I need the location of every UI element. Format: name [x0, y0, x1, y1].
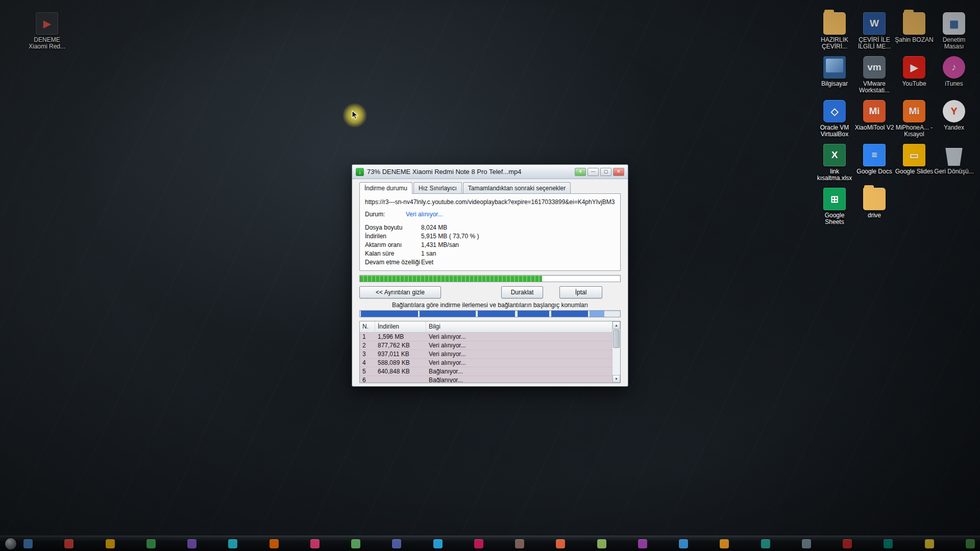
connections-progress-label: Bağlantılara göre indirme ilerlemesi ve … — [352, 302, 628, 309]
taskbar — [0, 536, 980, 551]
desktop-icon-label: XiaoMiTool V2 — [855, 124, 894, 131]
taskbar-app-icon[interactable] — [474, 539, 483, 548]
desktop-icon[interactable]: Y Yandex — [934, 100, 974, 138]
desktop-icon[interactable]: Mi MiPhoneA... - Kısayol — [894, 100, 934, 138]
taskbar-app-icon[interactable] — [638, 539, 647, 548]
download-url: https://r3---sn-nv47lnly.c.youtube.com/v… — [365, 198, 615, 206]
minimize-button[interactable]: — — [587, 168, 599, 176]
tab-download-status[interactable]: İndirme durumu — [359, 182, 412, 194]
start-button[interactable] — [5, 538, 16, 549]
desktop-app-icon: ◇ — [823, 100, 846, 122]
desktop-app-icon: ⊞ — [823, 188, 846, 210]
column-header-info[interactable]: Bilgi — [426, 321, 612, 332]
table-body: 1 1,596 MB Veri alınıyor... 2 877,762 KB… — [360, 333, 612, 383]
close-button[interactable]: ✕ — [613, 168, 624, 176]
taskbar-app-icon[interactable] — [966, 539, 975, 548]
taskbar-app-icon[interactable] — [925, 539, 934, 548]
taskbar-app-icon[interactable] — [187, 539, 197, 548]
desktop-icon-label: DENEME Xiaomi Red... — [27, 37, 67, 50]
taskbar-app-icon[interactable] — [720, 539, 729, 548]
desktop-icon[interactable]: HAZIRLIK ÇEVİRİ... — [815, 12, 854, 50]
hide-details-button[interactable]: << Ayrıntıları gizle — [359, 286, 441, 298]
table-scrollbar[interactable]: ▲ ▼ — [612, 321, 620, 383]
taskbar-app-icon[interactable] — [351, 539, 360, 548]
taskbar-app-icon[interactable] — [64, 539, 74, 548]
desktop-icon[interactable]: vm VMware Workstati... — [854, 56, 894, 94]
desktop-app-icon: Mi — [863, 100, 886, 122]
taskbar-app-icon[interactable] — [433, 539, 443, 548]
column-header-n[interactable]: N. — [360, 321, 375, 332]
cell-downloaded: 588,089 KB — [375, 359, 426, 367]
cell-n: 1 — [360, 333, 375, 341]
desktop-icon[interactable]: ◇ Oracle VM VirtualBox — [815, 100, 854, 138]
table-row[interactable]: 6 Bağlanıyor... — [360, 376, 612, 383]
taskbar-app-icon[interactable] — [761, 539, 770, 548]
tab-after-download-options[interactable]: Tamamlandıktan sonraki seçenekler — [463, 182, 571, 193]
taskbar-app-icon[interactable] — [802, 539, 811, 548]
desktop-icon[interactable]: drive — [854, 188, 894, 226]
table-row[interactable]: 3 937,011 KB Veri alınıyor... — [360, 350, 612, 359]
info-field-row: İndirilen 5,915 MB ( 73,70 % ) — [365, 232, 615, 241]
taskbar-app-icon[interactable] — [515, 539, 524, 548]
dialog-titlebar[interactable]: ↓ 73% DENEME Xiaomi Redmi Note 8 Pro Tel… — [352, 165, 628, 179]
desktop-app-icon: vm — [863, 56, 886, 79]
desktop-icon-label: iTunes — [945, 81, 963, 87]
desktop-icon[interactable]: ▭ Google Slides — [894, 144, 934, 182]
info-field-row: Kalan süre 1 san — [365, 249, 615, 258]
taskbar-app-icon[interactable] — [843, 539, 852, 548]
column-header-downloaded[interactable]: İndirilen — [375, 321, 426, 332]
taskbar-app-icon[interactable] — [106, 539, 115, 548]
desktop-icon[interactable]: Bilgisayar — [815, 56, 854, 94]
desktop-icon-label: Geri Dönüşü... — [934, 168, 973, 175]
desktop-icon[interactable]: Mi XiaoMiTool V2 — [854, 100, 894, 138]
taskbar-app-icon[interactable] — [679, 539, 688, 548]
cell-n: 2 — [360, 341, 375, 349]
desktop-icon-deneme-video[interactable]: ▶ DENEME Xiaomi Red... — [24, 12, 69, 50]
progress-segment — [590, 311, 604, 317]
cell-info: Veri alınıyor... — [426, 350, 612, 358]
desktop-icon[interactable]: ▶ YouTube — [894, 56, 934, 94]
info-field-row: Dosya boyutu 8,024 MB — [365, 223, 615, 232]
field-label: Dosya boyutu — [365, 223, 421, 232]
taskbar-app-icon[interactable] — [228, 539, 237, 548]
tab-speed-limiter[interactable]: Hız Sınırlayıcı — [413, 182, 462, 193]
cell-downloaded: 640,848 KB — [375, 367, 426, 375]
cell-info: Bağlanıyor... — [426, 367, 612, 375]
taskbar-app-icon[interactable] — [392, 539, 401, 548]
taskbar-app-icon[interactable] — [270, 539, 279, 548]
desktop-icon[interactable]: ♪ iTunes — [934, 56, 974, 94]
desktop-icon[interactable]: X link kısaltma.xlsx — [815, 144, 854, 182]
progress-segment — [478, 311, 515, 317]
desktop-app-icon: ▦ — [943, 12, 965, 35]
scrollbar-track[interactable] — [612, 348, 620, 375]
pause-button[interactable]: Duraklat — [501, 286, 543, 298]
maximize-button[interactable]: ▢ — [600, 168, 611, 176]
scrollbar-thumb[interactable] — [613, 330, 620, 348]
desktop-icon[interactable]: ≡ Google Docs — [854, 144, 894, 182]
tray-minimize-button[interactable]: ▾ — [575, 168, 586, 176]
scroll-down-icon[interactable]: ▼ — [612, 375, 620, 383]
taskbar-app-icon[interactable] — [310, 539, 320, 548]
table-row[interactable]: 4 588,089 KB Veri alınıyor... — [360, 359, 612, 367]
desktop-icon-label: drive — [868, 212, 881, 219]
desktop-icon[interactable]: Geri Dönüşü... — [934, 144, 974, 182]
table-row[interactable]: 5 640,848 KB Bağlanıyor... — [360, 367, 612, 376]
taskbar-app-icon[interactable] — [146, 539, 156, 548]
dialog-title: 73% DENEME Xiaomi Redmi Note 8 Pro Telef… — [367, 168, 522, 176]
taskbar-app-icon[interactable] — [556, 539, 565, 548]
connections-table: N. İndirilen Bilgi 1 1,596 MB Veri alını… — [359, 321, 621, 383]
progress-segment — [518, 311, 550, 317]
desktop-icon[interactable]: ▦ Denetim Masası — [934, 12, 974, 50]
taskbar-app-icon[interactable] — [884, 539, 893, 548]
desktop-icon[interactable]: ⊞ Google Sheets — [815, 188, 854, 226]
desktop-icon-label: HAZIRLIK ÇEVİRİ... — [815, 37, 854, 50]
table-row[interactable]: 1 1,596 MB Veri alınıyor... — [360, 333, 612, 341]
desktop-icon[interactable]: W ÇEVİRİ İLE İLGİLİ ME... — [854, 12, 894, 50]
desktop-icon[interactable]: Şahin BOZAN — [894, 12, 934, 50]
taskbar-app-icon[interactable] — [597, 539, 606, 548]
taskbar-app-icon[interactable] — [23, 539, 33, 548]
scroll-up-icon[interactable]: ▲ — [612, 321, 620, 329]
desktop-icon-label: Şahin BOZAN — [895, 37, 933, 43]
table-row[interactable]: 2 877,762 KB Veri alınıyor... — [360, 341, 612, 350]
cancel-button[interactable]: İptal — [559, 286, 602, 298]
